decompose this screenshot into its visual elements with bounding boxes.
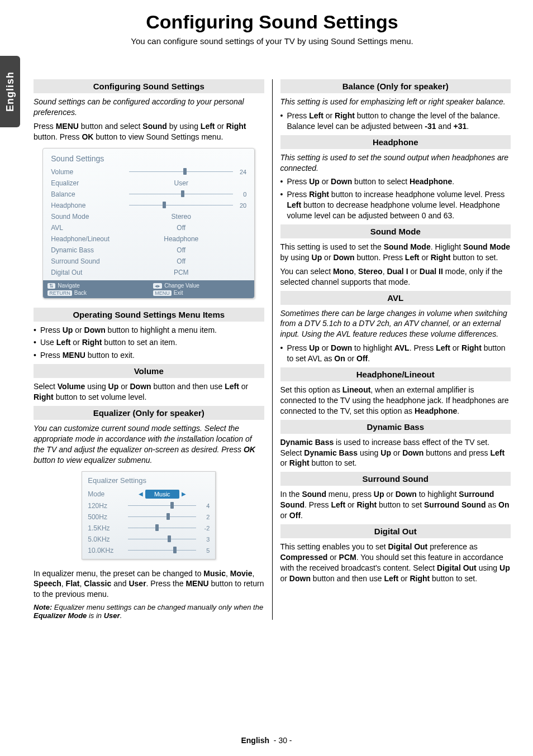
equalizer-note: Note: Equalizer menu settings can be cha… — [34, 603, 264, 620]
section-balance: Balance (Only for speaker) — [280, 79, 511, 93]
slider-track — [129, 171, 233, 172]
section-surround: Surround Sound — [280, 472, 511, 486]
section-volume: Volume — [34, 364, 264, 378]
osd-row-dbass: Dynamic BassOff — [43, 245, 254, 256]
slider-thumb — [183, 168, 187, 175]
soundmode-p1: This setting is used to set the Sound Mo… — [280, 242, 511, 263]
section-hplineout: Headphone/Lineout — [280, 367, 511, 381]
headphone-bullets: Press Up or Down button to select Headph… — [280, 176, 511, 221]
osd2-header: Equalizer Settings — [82, 472, 215, 488]
lr-arrows-icon: ◂▸ — [153, 283, 162, 289]
right-arrow-icon: ▶ — [179, 491, 188, 497]
page-title: Configuring Sound Settings — [34, 11, 511, 33]
avl-bullets: Press Up or Down to highlight AVL. Press… — [280, 343, 511, 364]
section-operating: Operating Sound Settings Menu Items — [34, 308, 264, 322]
page-footer: English - 30 - — [0, 736, 533, 745]
osd-row-volume: Volume 24 — [43, 166, 254, 178]
list-item: Press MENU button to exit. — [34, 350, 264, 361]
volume-text: Select Volume using Up or Down button an… — [34, 381, 264, 403]
configuring-intro: Sound settings can be configured accordi… — [34, 97, 264, 118]
osd2-row: 1.5KHz-2 — [82, 523, 215, 534]
column-divider — [272, 79, 273, 620]
nav-arrows-icon: ⇅ — [47, 283, 55, 289]
osd-row-digital: Digital OutPCM — [43, 267, 254, 278]
list-item: Press Right button to increase headphone… — [280, 189, 511, 221]
osd-row-balance: Balance 0 — [43, 189, 254, 200]
page-content: Configuring Sound Settings You can confi… — [0, 0, 533, 620]
osd2-row-mode: Mode ◀Music▶ — [82, 488, 215, 500]
list-item: Use Left or Right button to set an item. — [34, 337, 264, 348]
language-tab-label: English — [4, 71, 16, 112]
section-soundmode: Sound Mode — [280, 224, 511, 238]
balance-bullets: Press Left or Right button to change the… — [280, 111, 511, 132]
menu-badge: MENU — [153, 290, 172, 296]
osd2-row: 120Hz4 — [82, 500, 215, 511]
headphone-intro: This setting is used to set the sound ou… — [280, 152, 511, 174]
list-item: Press Left or Right button to change the… — [280, 111, 511, 132]
left-arrow-icon: ◀ — [136, 491, 145, 497]
osd-row-equalizer: EqualizerUser — [43, 178, 254, 189]
hplineout-text: Set this option as Lineout, when an exte… — [280, 385, 511, 417]
avl-intro: Sometimes there can be large changes in … — [280, 308, 511, 340]
mode-chip: Music — [145, 490, 179, 499]
osd-footer: ⇅Navigate RETURNBack ◂▸Change Value MENU… — [43, 280, 254, 298]
osd-header: Sound Settings — [43, 149, 254, 166]
section-avl: AVL — [280, 291, 511, 305]
balance-intro: This setting is used for emphasizing lef… — [280, 97, 511, 107]
equalizer-intro: You can customize current sound mode set… — [34, 423, 264, 466]
page-subtitle: You can configure sound settings of your… — [34, 36, 511, 46]
osd-row-soundmode: Sound ModeStereo — [43, 211, 254, 222]
section-digitalout: Digital Out — [280, 524, 511, 538]
osd-row-avl: AVLOff — [43, 222, 254, 233]
dbass-text: Dynamic Bass is used to increase bass ef… — [280, 437, 511, 469]
section-equalizer: Equalizer (Only for speaker) — [34, 406, 264, 420]
osd-row-headphone: Headphone 20 — [43, 200, 254, 211]
section-headphone: Headphone — [280, 135, 511, 149]
list-item: Press Up or Down to highlight AVL. Press… — [280, 343, 511, 364]
digitalout-text: This setting enables you to set Digital … — [280, 542, 511, 584]
section-dbass: Dynamic Bass — [280, 420, 511, 434]
osd-row-surround: Surround SoundOff — [43, 256, 254, 267]
sound-settings-osd: Sound Settings Volume 24 EqualizerUser B… — [42, 148, 255, 299]
osd2-row: 5.0KHz3 — [82, 534, 215, 545]
configuring-instructions: Press MENU button and select Sound by us… — [34, 121, 264, 142]
surround-text: In the Sound menu, press Up or Down to h… — [280, 489, 511, 521]
osd-value: 24 — [233, 169, 246, 175]
list-item: Press Up or Down button to highlight a m… — [34, 325, 264, 336]
soundmode-p2: You can select Mono, Stereo, Dual I or D… — [280, 266, 511, 288]
equalizer-osd: Equalizer Settings Mode ◀Music▶ 120Hz4 5… — [82, 471, 216, 559]
right-column: Balance (Only for speaker) This setting … — [280, 79, 511, 620]
language-tab: English — [0, 56, 20, 127]
osd2-row: 10.0KHz5 — [82, 545, 215, 559]
return-badge: RETURN — [47, 290, 72, 296]
section-configuring: Configuring Sound Settings — [34, 79, 264, 93]
left-column: Configuring Sound Settings Sound setting… — [34, 79, 264, 620]
list-item: Press Up or Down button to select Headph… — [280, 176, 511, 187]
osd2-row: 500Hz2 — [82, 511, 215, 523]
equalizer-presets: In equalizer menu, the preset can be cha… — [34, 568, 264, 600]
operating-bullets: Press Up or Down button to highlight a m… — [34, 325, 264, 361]
osd-row-hpline: Headphone/LineoutHeadphone — [43, 233, 254, 245]
osd-label: Volume — [51, 168, 129, 176]
